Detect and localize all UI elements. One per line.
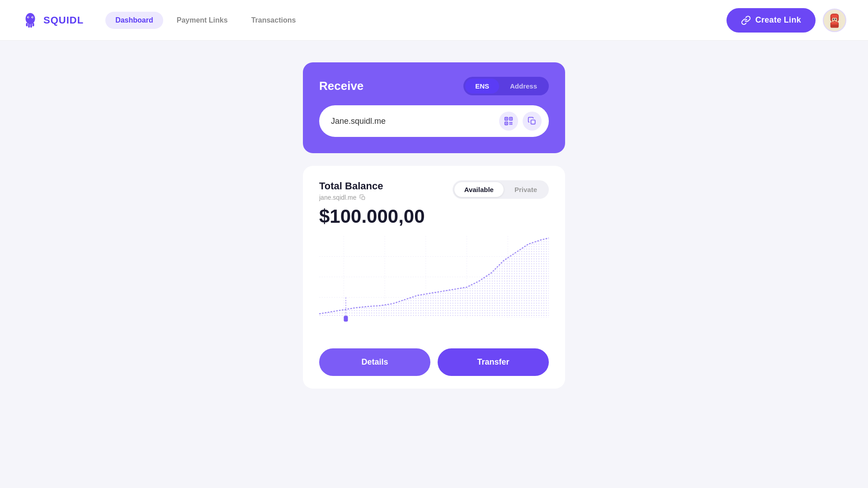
avatar-image [824, 9, 845, 32]
balance-amount: $100.000,00 [319, 206, 549, 227]
svg-rect-2 [28, 23, 30, 28]
svg-rect-26 [509, 124, 511, 125]
create-link-label: Create Link [755, 15, 801, 25]
nav-dashboard[interactable]: Dashboard [105, 12, 163, 29]
svg-rect-27 [511, 124, 513, 125]
receive-card: Receive ENS Address Jane.squidl.me [303, 62, 565, 153]
svg-point-0 [26, 13, 35, 24]
svg-rect-28 [531, 120, 535, 124]
svg-rect-3 [30, 23, 32, 28]
svg-rect-25 [511, 122, 513, 123]
svg-rect-21 [510, 118, 512, 120]
receive-toggle-group: ENS Address [463, 77, 549, 95]
svg-rect-17 [831, 22, 838, 24]
balance-title-area: Total Balance jane.sqidl.me [319, 180, 383, 201]
receive-title: Receive [319, 79, 363, 93]
svg-rect-14 [835, 19, 836, 20]
svg-rect-41 [344, 316, 348, 322]
card-buttons: Details Transfer [319, 339, 549, 389]
balance-toggle-group: Available Private [453, 180, 549, 199]
svg-rect-4 [33, 23, 34, 26]
link-icon [741, 15, 751, 25]
navbar: SQUIDL Dashboard Payment Links Transacti… [0, 0, 868, 41]
nav-links: Dashboard Payment Links Transactions [105, 12, 726, 29]
nav-payment-links[interactable]: Payment Links [167, 12, 238, 29]
details-button[interactable]: Details [319, 348, 430, 376]
receive-input-row: Jane.squidl.me [319, 105, 549, 137]
balance-top: Total Balance jane.sqidl.me Available Pr… [319, 180, 549, 201]
svg-rect-1 [26, 23, 28, 26]
balance-subtitle: jane.sqidl.me [319, 194, 383, 201]
svg-point-7 [28, 17, 29, 18]
balance-card: Total Balance jane.sqidl.me Available Pr… [303, 166, 565, 389]
svg-rect-23 [506, 123, 507, 124]
squid-logo-icon [22, 12, 39, 29]
svg-rect-13 [833, 19, 834, 20]
svg-rect-29 [362, 197, 364, 199]
balance-title: Total Balance [319, 180, 383, 192]
chart-area [319, 231, 549, 339]
nav-right: Create Link [726, 8, 846, 33]
available-toggle-button[interactable]: Available [454, 182, 504, 197]
copy-subtitle-icon [359, 194, 366, 201]
copy-address-button[interactable] [523, 112, 542, 131]
svg-rect-19 [506, 118, 507, 120]
address-toggle-button[interactable]: Address [500, 79, 547, 94]
svg-rect-24 [509, 122, 511, 123]
logo-text: SQUIDL [43, 14, 84, 26]
transfer-button[interactable]: Transfer [438, 348, 549, 376]
user-avatar[interactable] [823, 9, 846, 32]
svg-rect-15 [833, 20, 836, 21]
svg-rect-11 [831, 14, 838, 18]
ens-toggle-button[interactable]: ENS [465, 79, 499, 94]
create-link-button[interactable]: Create Link [726, 8, 816, 33]
svg-point-8 [32, 17, 33, 18]
nav-transactions[interactable]: Transactions [241, 12, 306, 29]
qr-code-icon [504, 116, 514, 126]
balance-chart [319, 231, 549, 339]
private-toggle-button[interactable]: Private [505, 182, 547, 197]
receive-header: Receive ENS Address [319, 77, 549, 95]
copy-icon [528, 117, 537, 126]
main-content: Receive ENS Address Jane.squidl.me [0, 41, 868, 389]
qr-code-button[interactable] [499, 112, 518, 131]
ens-address-display: Jane.squidl.me [331, 117, 495, 126]
logo-area: SQUIDL [22, 12, 84, 29]
